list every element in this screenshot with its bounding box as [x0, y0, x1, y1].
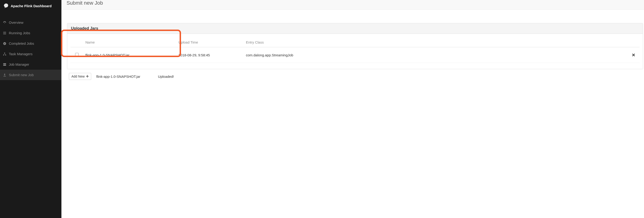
- col-checkbox: [70, 38, 83, 47]
- svg-rect-6: [3, 55, 4, 55]
- cell-entry-class: com.dalong.app.StreamingJob: [244, 47, 628, 63]
- svg-rect-2: [3, 33, 6, 33]
- header-bar: Submit new Job: [62, 0, 644, 10]
- sidebar-item-label: Overview: [9, 21, 24, 25]
- sidebar-item-label: Task Managers: [9, 52, 32, 56]
- tasks-icon: [3, 31, 6, 35]
- add-new-label: Add New: [72, 75, 85, 78]
- svg-rect-5: [4, 52, 5, 53]
- server-icon: [3, 63, 6, 66]
- sidebar-item-label: Job Manager: [9, 62, 29, 66]
- page-title: Submit new Job: [66, 0, 639, 6]
- sidebar-item-task-managers[interactable]: Task Managers: [0, 49, 62, 59]
- upload-footer: Add New flink-app-1.0-SNAPSHOT.jar Uploa…: [67, 73, 643, 80]
- flink-logo-icon: [3, 3, 9, 9]
- cell-jar-name: flink-app-1.0-SNAPSHOT.jar: [83, 47, 176, 63]
- dashboard-icon: [3, 21, 6, 25]
- app-title: Apache Flink Dashboard: [11, 4, 52, 8]
- main-content: Submit new Job Uploaded Jars Name Upload…: [62, 0, 644, 218]
- col-header-entry-class: Entry Class: [244, 38, 628, 47]
- uploaded-filename: flink-app-1.0-SNAPSHOT.jar: [96, 75, 140, 79]
- jars-table: Name Upload Time Entry Class flink-app-1…: [70, 38, 640, 63]
- cell-upload-time: 2018-08-29, 9:58:45: [176, 47, 244, 63]
- uploaded-jars-panel: Uploaded Jars Name Upload Time Entry Cla…: [67, 23, 643, 69]
- panel-body: Name Upload Time Entry Class flink-app-1…: [67, 34, 643, 69]
- svg-rect-1: [3, 32, 6, 32]
- upload-status: Uploaded!: [158, 75, 174, 79]
- add-new-button[interactable]: Add New: [69, 73, 91, 80]
- sidebar-item-label: Completed Jobs: [9, 42, 34, 45]
- svg-rect-10: [4, 76, 6, 76]
- svg-rect-9: [3, 65, 6, 65]
- sidebar-item-overview[interactable]: Overview: [0, 17, 62, 28]
- sidebar-header: Apache Flink Dashboard: [0, 0, 62, 12]
- svg-rect-3: [3, 34, 6, 34]
- row-checkbox[interactable]: [75, 53, 79, 56]
- upload-icon: [3, 73, 6, 77]
- sidebar-item-completed-jobs[interactable]: Completed Jobs: [0, 38, 62, 49]
- sidebar-item-label: Submit new Job: [9, 73, 34, 77]
- col-header-name: Name: [83, 38, 176, 47]
- sidebar-item-job-manager[interactable]: Job Manager: [0, 59, 62, 70]
- svg-rect-7: [5, 55, 6, 55]
- sidebar-item-submit-job[interactable]: Submit new Job: [0, 70, 62, 80]
- sidebar: Apache Flink Dashboard Overview Running …: [0, 0, 62, 218]
- delete-icon[interactable]: [632, 53, 635, 57]
- svg-rect-8: [3, 63, 6, 64]
- sidebar-nav: Overview Running Jobs Completed Jobs Tas…: [0, 17, 62, 80]
- panel-title: Uploaded Jars: [67, 23, 643, 34]
- col-header-upload-time: Upload Time: [176, 38, 244, 47]
- svg-point-0: [4, 23, 5, 23]
- sitemap-icon: [3, 52, 6, 56]
- content-area: Uploaded Jars Name Upload Time Entry Cla…: [62, 10, 644, 80]
- check-circle-icon: [3, 42, 6, 45]
- sidebar-item-label: Running Jobs: [9, 31, 30, 35]
- plus-icon: [86, 75, 89, 78]
- table-row[interactable]: flink-app-1.0-SNAPSHOT.jar 2018-08-29, 9…: [70, 47, 640, 63]
- sidebar-item-running-jobs[interactable]: Running Jobs: [0, 28, 62, 38]
- col-delete: [628, 38, 640, 47]
